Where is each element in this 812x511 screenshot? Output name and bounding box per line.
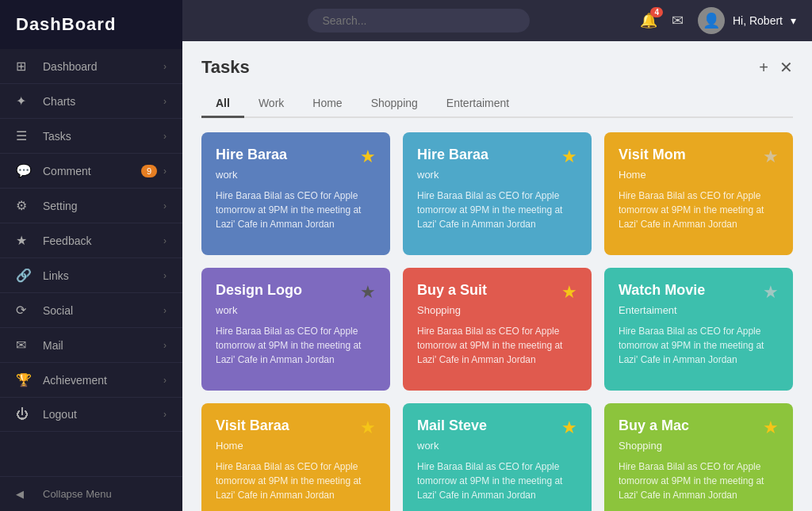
user-greeting: Hi, Robert (733, 14, 783, 27)
tabs-container: AllWorkHomeShoppingEntertaiment (201, 90, 793, 118)
card-desc-5: Hire Baraa Bilal as CEO for Apple tomorr… (619, 324, 779, 378)
card-header-2: Visit Mom ★ (619, 147, 779, 167)
task-card-1[interactable]: Hire Baraa ★ work Hire Baraa Bilal as CE… (403, 132, 592, 255)
card-category-8: Shopping (619, 440, 779, 452)
card-star-7[interactable]: ★ (561, 418, 577, 438)
card-desc-2: Hire Baraa Bilal as CEO for Apple tomorr… (619, 189, 779, 242)
card-title-5: Watch Movie (619, 282, 705, 299)
header-actions: + ✕ (759, 58, 793, 77)
card-desc-0: Hire Baraa Bilal as CEO for Apple tomorr… (216, 189, 376, 242)
links-icon: 🔗 (16, 268, 33, 283)
content-header: Tasks + ✕ (201, 57, 793, 78)
sidebar-item-charts[interactable]: ✦ Charts › (0, 84, 182, 119)
feedback-icon: ★ (16, 233, 33, 248)
card-header-4: Buy a Suit ★ (417, 282, 577, 303)
search-input[interactable] (308, 9, 530, 32)
card-header-5: Watch Movie ★ (619, 282, 779, 303)
card-category-4: Shopping (417, 304, 577, 316)
sidebar-item-achievement[interactable]: 🏆 Achievement › (0, 363, 182, 398)
card-title-4: Buy a Suit (417, 282, 487, 299)
card-category-1: work (417, 169, 577, 181)
task-card-8[interactable]: Buy a Mac ★ Shopping Hire Baraa Bilal as… (604, 403, 793, 511)
sidebar-item-links[interactable]: 🔗 Links › (0, 258, 182, 293)
sidebar-item-logout[interactable]: ⏻ Logout › (0, 398, 182, 432)
sidebar-item-comment[interactable]: 💬 Comment 9 › (0, 154, 182, 189)
logout-icon: ⏻ (16, 407, 33, 421)
task-card-0[interactable]: Hire Baraa ★ work Hire Baraa Bilal as CE… (201, 132, 390, 255)
card-title-2: Visit Mom (619, 147, 686, 163)
page-title: Tasks (201, 57, 250, 78)
task-card-6[interactable]: Visit Baraa ★ Home Hire Baraa Bilal as C… (201, 403, 390, 511)
task-card-5[interactable]: Watch Movie ★ Entertaiment Hire Baraa Bi… (604, 268, 793, 391)
sidebar-item-social[interactable]: ⟳ Social › (0, 293, 182, 328)
chevron-achievement: › (163, 375, 167, 386)
add-task-button[interactable]: + (759, 59, 768, 77)
achievement-icon: 🏆 (16, 372, 33, 387)
mail-icon-topbar[interactable]: ✉ (672, 12, 684, 29)
card-star-2[interactable]: ★ (763, 147, 779, 167)
sidebar-label-tasks: Tasks (43, 130, 163, 143)
card-header-1: Hire Baraa ★ (417, 147, 577, 167)
card-desc-4: Hire Baraa Bilal as CEO for Apple tomorr… (417, 324, 577, 378)
sidebar-label-social: Social (43, 304, 163, 317)
tab-shopping[interactable]: Shopping (357, 90, 432, 118)
tab-all[interactable]: All (201, 90, 244, 118)
card-star-0[interactable]: ★ (360, 147, 376, 167)
sidebar-item-dashboard[interactable]: ⊞ Dashboard › (0, 49, 182, 84)
cards-grid: Hire Baraa ★ work Hire Baraa Bilal as CE… (201, 132, 793, 511)
chevron-social: › (163, 305, 167, 316)
comment-icon: 💬 (16, 163, 33, 178)
chevron-dashboard: › (163, 61, 167, 72)
task-card-2[interactable]: Visit Mom ★ Home Hire Baraa Bilal as CEO… (604, 132, 793, 255)
tab-entertainment[interactable]: Entertaiment (432, 90, 523, 118)
chevron-logout: › (163, 409, 167, 420)
card-title-3: Design Logo (216, 282, 302, 299)
card-star-3[interactable]: ★ (360, 282, 376, 303)
card-header-3: Design Logo ★ (216, 282, 376, 303)
tasks-icon: ☰ (16, 128, 33, 143)
chevron-links: › (163, 270, 167, 281)
card-header-8: Buy a Mac ★ (619, 418, 779, 438)
card-desc-6: Hire Baraa Bilal as CEO for Apple tomorr… (216, 460, 376, 511)
sidebar-nav: ⊞ Dashboard › ✦ Charts › ☰ Tasks › 💬 Com… (0, 49, 182, 476)
card-star-6[interactable]: ★ (360, 418, 376, 438)
sidebar-logo: DashBoard (0, 0, 182, 49)
sidebar-label-logout: Logout (43, 408, 163, 421)
user-menu[interactable]: 👤 Hi, Robert ▾ (698, 7, 796, 34)
sidebar-label-setting: Setting (43, 200, 163, 212)
card-star-1[interactable]: ★ (561, 147, 577, 167)
task-card-7[interactable]: Mail Steve ★ work Hire Baraa Bilal as CE… (403, 403, 592, 511)
sidebar-label-comment: Comment (43, 165, 141, 177)
card-star-5[interactable]: ★ (763, 282, 779, 303)
search-area (198, 9, 640, 32)
content-area: Tasks + ✕ AllWorkHomeShoppingEntertaimen… (182, 41, 812, 511)
tab-home[interactable]: Home (298, 90, 356, 118)
card-desc-3: Hire Baraa Bilal as CEO for Apple tomorr… (216, 324, 376, 378)
card-star-4[interactable]: ★ (561, 282, 577, 303)
tab-work[interactable]: Work (244, 90, 298, 118)
setting-icon: ⚙ (16, 198, 33, 213)
task-card-4[interactable]: Buy a Suit ★ Shopping Hire Baraa Bilal a… (403, 268, 592, 391)
close-button[interactable]: ✕ (779, 58, 793, 77)
sidebar-label-charts: Charts (43, 95, 163, 108)
sidebar-item-tasks[interactable]: ☰ Tasks › (0, 119, 182, 154)
sidebar-item-mail[interactable]: ✉ Mail › (0, 328, 182, 363)
chevron-setting: › (163, 200, 167, 212)
sidebar-item-feedback[interactable]: ★ Feedback › (0, 223, 182, 258)
notification-bell[interactable]: 🔔 4 (640, 12, 657, 29)
collapse-label: Collapse Menu (43, 488, 112, 500)
sidebar-label-mail: Mail (43, 339, 163, 352)
notification-badge: 4 (650, 7, 663, 17)
charts-icon: ✦ (16, 93, 33, 109)
sidebar-label-dashboard: Dashboard (43, 60, 163, 73)
sidebar-label-links: Links (43, 269, 163, 282)
card-title-1: Hire Baraa (417, 147, 488, 163)
main-area: 🔔 4 ✉ 👤 Hi, Robert ▾ Tasks + ✕ AllWorkHo… (182, 0, 812, 511)
task-card-3[interactable]: Design Logo ★ work Hire Baraa Bilal as C… (201, 268, 390, 391)
mail-icon: ✉ (16, 337, 33, 353)
card-category-7: work (417, 440, 577, 452)
card-title-8: Buy a Mac (619, 418, 689, 434)
sidebar-collapse-button[interactable]: ◀ Collapse Menu (0, 476, 182, 511)
sidebar-item-setting[interactable]: ⚙ Setting › (0, 189, 182, 223)
card-star-8[interactable]: ★ (763, 418, 779, 438)
